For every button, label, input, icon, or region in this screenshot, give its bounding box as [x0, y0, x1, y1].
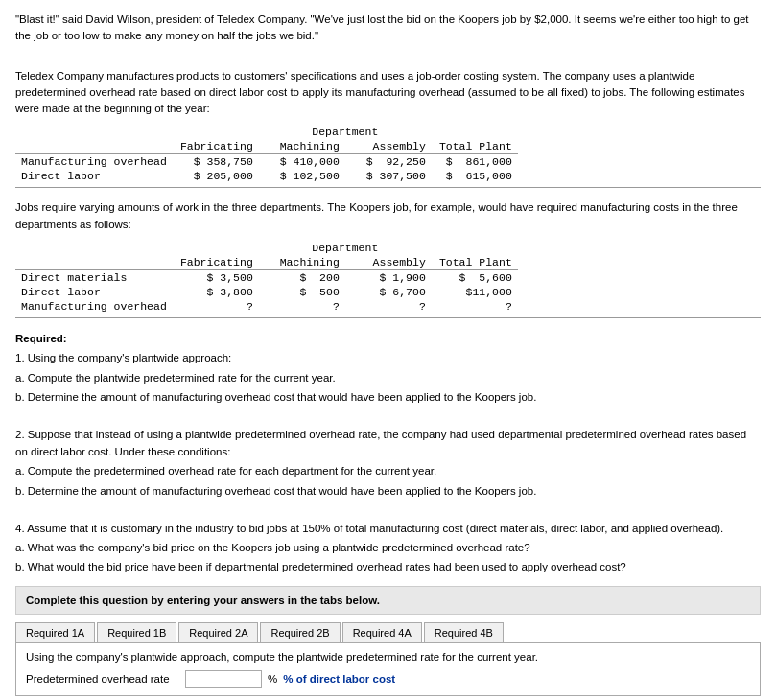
answer-input[interactable] — [185, 670, 262, 688]
direct-labor-mach: $ 102,500 — [259, 169, 345, 183]
mfg-overhead-asm: $ 92,250 — [345, 154, 432, 170]
col-total-1: Total Plant — [432, 139, 518, 154]
tab-description: Using the company's plantwide approach, … — [26, 651, 750, 663]
col-assembly-1: Assembly — [345, 139, 432, 154]
koopers-dm-mach: $ 200 — [259, 269, 345, 285]
estimates-table: Department Fabricating Machining Assembl… — [15, 125, 518, 183]
koopers-dm-total: $ 5,600 — [432, 269, 518, 285]
tabs-row[interactable]: Required 1A Required 1B Required 2A Requ… — [15, 622, 761, 643]
required-section: Required: 1. Using the company's plantwi… — [15, 330, 761, 576]
tab-req4a[interactable]: Required 4A — [342, 622, 422, 642]
mfg-overhead-fab: $ 358,750 — [173, 154, 259, 170]
req-4b: b. What would the bid price have been if… — [15, 558, 761, 575]
tab-req1b[interactable]: Required 1B — [97, 622, 176, 642]
mfg-overhead-total: $ 861,000 — [432, 154, 518, 170]
req-4-header: 4. Assume that it is customary in the in… — [15, 520, 761, 537]
koopers-col-total: Total Plant — [432, 255, 518, 270]
answer-unit: % of direct labor cost — [283, 673, 395, 685]
koopers-dl-mach: $ 500 — [259, 285, 345, 299]
table2-container: Department Fabricating Machining Assembl… — [15, 241, 761, 318]
tab-req2b[interactable]: Required 2B — [260, 622, 340, 642]
tab-req1a[interactable]: Required 1A — [15, 622, 95, 642]
koopers-dl-fab: $ 3,800 — [173, 285, 259, 299]
direct-labor-asm: $ 307,500 — [345, 169, 432, 183]
percent-sign: % — [268, 673, 277, 685]
complete-box: Complete this question by entering your … — [15, 586, 761, 615]
dept-header-1: Department — [173, 125, 518, 139]
answer-row: Predetermined overhead rate % % of direc… — [26, 670, 750, 688]
middle-text: Jobs require varying amounts of work in … — [15, 199, 761, 233]
req-4a: a. What was the company's bid price on t… — [15, 539, 761, 556]
col-fabricating-1: Fabricating — [173, 139, 259, 154]
koopers-moh-mach: ? — [259, 299, 345, 314]
tab-req4b[interactable]: Required 4B — [424, 622, 504, 642]
required-title: Required: — [15, 330, 761, 347]
koopers-col-mach: Machining — [259, 255, 345, 270]
koopers-table: Department Fabricating Machining Assembl… — [15, 241, 518, 314]
description-text: Teledex Company manufactures products to… — [15, 68, 761, 118]
direct-labor-label: Direct labor — [15, 169, 173, 183]
koopers-col-asm: Assembly — [345, 255, 432, 270]
koopers-dm-fab: $ 3,500 — [173, 269, 259, 285]
mfg-overhead-label: Manufacturing overhead — [15, 154, 173, 170]
answer-label: Predetermined overhead rate — [26, 673, 179, 685]
quote-text: "Blast it!" said David Wilson, president… — [15, 12, 761, 45]
req-1b: b. Determine the amount of manufacturing… — [15, 388, 761, 406]
direct-labor-total: $ 615,000 — [432, 169, 518, 183]
complete-box-text: Complete this question by entering your … — [26, 595, 380, 606]
koopers-dl-asm: $ 6,700 — [345, 285, 432, 299]
req-2a: a. Compute the predetermined overhead ra… — [15, 462, 761, 479]
req-2b: b. Determine the amount of manufacturing… — [15, 482, 761, 500]
koopers-dm-label: Direct materials — [15, 269, 173, 285]
direct-labor-fab: $ 205,000 — [173, 169, 259, 183]
koopers-moh-fab: ? — [173, 299, 259, 314]
koopers-col-fab: Fabricating — [173, 255, 259, 270]
col-machining-1: Machining — [259, 139, 345, 154]
req-1-header: 1. Using the company's plantwide approac… — [15, 349, 761, 366]
table1-container: Department Fabricating Machining Assembl… — [15, 125, 761, 188]
koopers-moh-total: ? — [432, 299, 518, 314]
koopers-dl-total: $11,000 — [432, 285, 518, 299]
mfg-overhead-mach: $ 410,000 — [259, 154, 345, 170]
dept-header-2: Department — [173, 241, 518, 255]
koopers-moh-asm: ? — [345, 299, 432, 314]
koopers-dm-asm: $ 1,900 — [345, 269, 432, 285]
tab-req2a[interactable]: Required 2A — [178, 622, 258, 642]
koopers-moh-label: Manufacturing overhead — [15, 299, 173, 314]
req-1a: a. Compute the plantwide predetermined r… — [15, 369, 761, 386]
koopers-dl-label: Direct labor — [15, 285, 173, 299]
tab-content: Using the company's plantwide approach, … — [15, 643, 761, 696]
req-2-header: 2. Suppose that instead of using a plant… — [15, 426, 761, 461]
